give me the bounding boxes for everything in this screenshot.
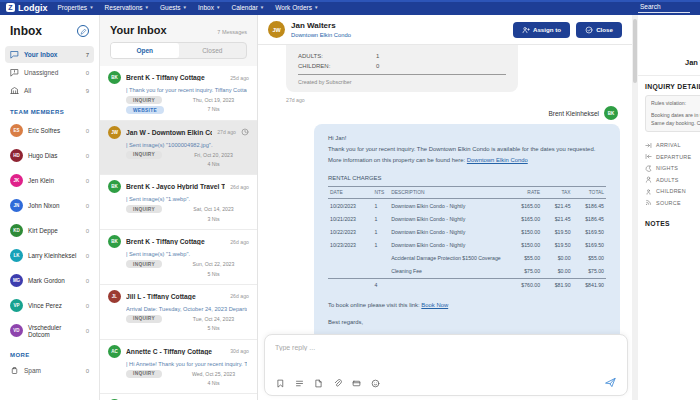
team-member-john[interactable]: JN John Nixon 0 <box>0 193 99 218</box>
message-age: 26d ago <box>230 293 249 299</box>
nav-properties[interactable]: Properties▼ <box>58 4 94 11</box>
chevron-down-icon: ▼ <box>260 5 264 10</box>
compose-button[interactable] <box>77 25 89 37</box>
send-button[interactable] <box>605 377 616 388</box>
emoji-button[interactable] <box>371 379 380 388</box>
team-member-vince[interactable]: VP Vince Perez 0 <box>0 293 99 318</box>
field-value: 1 <box>376 53 379 59</box>
payment-request-button[interactable] <box>352 379 361 388</box>
created-by-note: Created by Subscriber <box>298 79 506 85</box>
assign-to-button[interactable]: Assign to <box>513 22 570 38</box>
avatar: JK <box>10 174 23 187</box>
field-value: 0 <box>376 63 379 69</box>
message-snippet: | Sent image(s) "1.webp". <box>126 196 247 202</box>
member-count: 0 <box>86 228 89 234</box>
nav-calendar[interactable]: Calendar▼ <box>231 4 264 11</box>
message-date: Thu, Oct 19, 2023 <box>182 96 245 105</box>
team-member-larry[interactable]: LK Larry Kleinheksel 0 <box>0 243 99 268</box>
message-snippet: | Thank you for your recent inquiry. Tif… <box>126 87 247 93</box>
message-list-item[interactable]: BK Brent K - Jayco Hybrid Travel Trailer… <box>100 175 257 230</box>
check-circle-icon <box>585 26 593 34</box>
search-input[interactable]: Search <box>638 2 690 13</box>
templates-button[interactable] <box>295 379 304 388</box>
member-name: Mark Gordon <box>28 277 65 284</box>
attachment-button[interactable] <box>333 379 342 388</box>
table-row: Cleaning Fee$75.00$0.00$75.00 <box>328 264 606 278</box>
folder-count: 0 <box>86 70 89 76</box>
avatar: BK <box>604 106 618 120</box>
bookmark-icon <box>276 379 285 388</box>
chevron-down-icon: ▼ <box>314 5 318 10</box>
table-row: Accidental Damage Protection $1500 Cover… <box>328 251 606 264</box>
nav-inbox[interactable]: Inbox▼ <box>198 4 220 11</box>
nav-reservations[interactable]: Reservations▼ <box>105 4 149 11</box>
sidebar-item-all[interactable]: All 9 <box>5 82 94 99</box>
brand-name: Lodgix <box>18 3 48 13</box>
sidebar-title: Inbox <box>10 24 42 38</box>
inquiry-details-title: INQUIRY DETAILS <box>645 83 700 90</box>
message-list-item-selected[interactable]: JW Jan W - Downtown Elkin Condo 27d ago … <box>100 121 257 176</box>
team-member-mark[interactable]: MG Mark Gordon 0 <box>0 268 99 293</box>
document-button[interactable] <box>314 379 323 388</box>
table-row: 10/23/20231Downtown Elkin Condo - Nightl… <box>328 238 606 251</box>
avatar: JW <box>108 126 121 139</box>
property-link[interactable]: Downtown Elkin Condo <box>291 32 351 38</box>
message-list-item[interactable]: BK Brent K - Tiffany Cottage 26d ago | S… <box>100 230 257 285</box>
message-age: 27d ago <box>217 129 236 135</box>
paperclip-icon <box>333 379 342 388</box>
table-row: 10/22/20231Downtown Elkin Condo - Nightl… <box>328 225 606 238</box>
inquiry-message-bubble: ADULTS:1 CHILDREN:0 Created by Subscribe… <box>286 45 518 92</box>
nav-guests[interactable]: Guests▼ <box>160 4 187 11</box>
status-badge: INQUIRY <box>126 205 162 213</box>
chevron-down-icon: ▼ <box>145 5 149 10</box>
more-header: MORE <box>0 343 99 361</box>
book-now-link[interactable]: Book Now <box>421 302 448 308</box>
avatar: JL <box>108 290 121 303</box>
team-member-hugo[interactable]: HD Hugo Dias 0 <box>0 143 99 168</box>
team-member-eric[interactable]: ES Eric Solfres 0 <box>0 118 99 143</box>
sidebar-item-your-inbox[interactable]: Your Inbox 7 <box>5 46 94 63</box>
sidebar-item-spam[interactable]: Spam 0 <box>5 362 94 379</box>
top-navbar: Z Lodgix Properties▼ Reservations▼ Guest… <box>0 0 700 15</box>
team-member-kirt[interactable]: KD Kirt Deppe 0 <box>0 218 99 243</box>
member-count: 0 <box>86 153 89 159</box>
message-list-item[interactable]: JL Jill L - Tiffany Cottage 26d ago Arri… <box>100 285 257 340</box>
field-label: ADULTS: <box>298 53 376 59</box>
guest-name: Jan Walters <box>291 21 351 31</box>
member-name: Vrscheduler Dotcom <box>28 324 81 338</box>
sender-name: Brent Kleinheksel <box>548 110 599 117</box>
team-member-vrscheduler[interactable]: VD Vrscheduler Dotcom 0 <box>0 318 99 343</box>
member-count: 0 <box>86 128 89 134</box>
sidebar-item-unassigned[interactable]: Unassigned 0 <box>5 64 94 81</box>
member-count: 0 <box>86 303 89 309</box>
message-nights: 4 Nts <box>182 160 245 169</box>
property-info-link[interactable]: Downtown Elkin Condo <box>467 157 528 163</box>
avatar: AC <box>108 345 121 358</box>
scrollbar-thumb[interactable] <box>633 19 637 83</box>
signature-regards: Best regards, <box>328 318 606 327</box>
arrival-icon <box>645 142 652 149</box>
member-name: Eric Solfres <box>28 127 60 134</box>
nav-work-orders[interactable]: Work Orders▼ <box>275 4 318 11</box>
detail-adults: ADULTS <box>645 174 700 186</box>
message-title: Brent K - Tiffany Cottage <box>126 238 225 245</box>
detail-nights: NIGHTS <box>645 162 700 174</box>
tab-open[interactable]: Open <box>111 43 179 58</box>
message-count: 7 Messages <box>217 29 247 35</box>
saved-replies-button[interactable] <box>276 379 285 388</box>
reply-input[interactable] <box>275 344 608 351</box>
member-name: Kirt Deppe <box>28 227 58 234</box>
inbox-sidebar: Inbox Your Inbox 7 Unassigned 0 All 9 TE… <box>0 15 100 400</box>
folder-label: Spam <box>24 367 41 374</box>
moon-icon <box>645 165 652 172</box>
list-title: Your Inbox <box>110 24 167 36</box>
lodgix-logo[interactable]: Z Lodgix <box>0 3 58 13</box>
close-conversation-button[interactable]: Close <box>576 22 622 38</box>
message-list-item[interactable]: BK Brent K - Downtown Elkin Condo 1mo ag… <box>100 394 257 400</box>
message-age: 25d ago <box>230 75 249 81</box>
member-name: John Nixon <box>28 202 60 209</box>
tab-closed[interactable]: Closed <box>179 43 247 58</box>
message-list-item[interactable]: BK Brent K - Tiffany Cottage 25d ago | T… <box>100 66 257 121</box>
message-list-item[interactable]: AC Annette C - Tiffany Cottage 30d ago |… <box>100 340 257 395</box>
team-member-jen[interactable]: JK Jen Klein 0 <box>0 168 99 193</box>
